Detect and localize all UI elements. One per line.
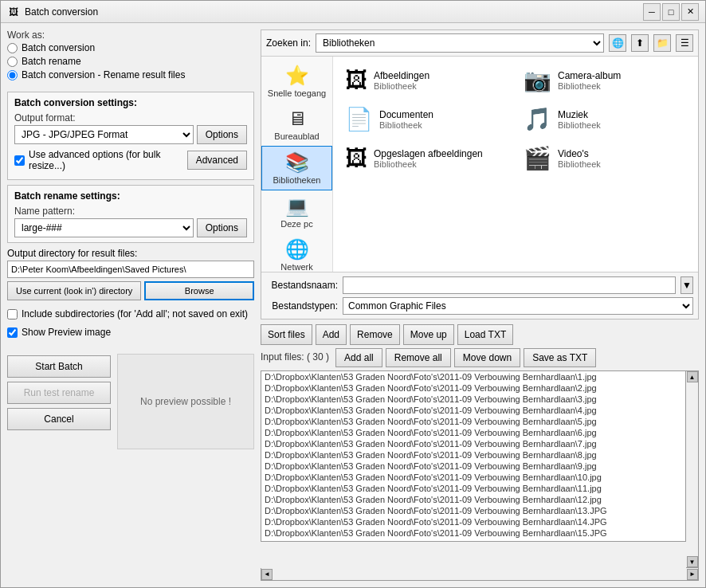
location-select[interactable]: Bibliotheken xyxy=(316,33,604,53)
title-bar: 🖼 Batch conversion ─ □ ✕ xyxy=(1,1,705,23)
include-subdirs-label: Include subdirectories (for 'Add all'; n… xyxy=(22,308,248,319)
browser-item[interactable]: 🎵MuziekBibliotheek xyxy=(518,102,692,136)
radio-batch-conversion-input[interactable] xyxy=(7,43,18,53)
show-preview-label: Show Preview image xyxy=(22,327,111,338)
list-item: D:\Dropbox\Klanten\53 Graden Noord\Foto'… xyxy=(261,461,685,472)
bestandstypen-select[interactable]: Common Graphic Files xyxy=(343,297,693,315)
sidebar-item-snelle-toegang[interactable]: ⭐Snelle toegang xyxy=(261,60,332,103)
left-panel: Work as: Batch conversion Batch rename B… xyxy=(7,29,254,581)
preview-text: No preview possible ! xyxy=(140,396,231,407)
sort-files-button[interactable]: Sort files xyxy=(261,324,312,345)
advanced-options-row: Use advanced options (for bulk resize...… xyxy=(14,149,247,171)
remove-all-button[interactable]: Remove all xyxy=(386,348,451,367)
batch-rename-settings: Batch rename settings: Name pattern: lar… xyxy=(7,185,254,243)
scroll-up-btn[interactable]: ▲ xyxy=(687,371,698,382)
browser-item[interactable]: 📄DocumentenBibliotheek xyxy=(339,102,513,136)
output-dir-label: Output directory for result files: xyxy=(7,248,254,259)
sidebar-item-bureaublad[interactable]: 🖥Bureaublad xyxy=(261,103,332,146)
list-item: D:\Dropbox\Klanten\53 Graden Noord\Foto'… xyxy=(261,382,685,394)
advanced-options-checkbox[interactable] xyxy=(14,155,25,166)
scroll-down-btn[interactable]: ▼ xyxy=(687,556,698,567)
browser-item[interactable]: 🎬Video'sBibliotheek xyxy=(518,141,692,175)
name-pattern-label: Name pattern: xyxy=(14,206,247,217)
input-files-section: Sort files Add Remove Move up Load TXT I… xyxy=(261,324,699,581)
run-test-rename-button[interactable]: Run test rename xyxy=(7,382,111,404)
include-subdirs-checkbox[interactable] xyxy=(7,309,18,319)
show-preview-checkbox-row[interactable]: Show Preview image xyxy=(7,327,254,338)
browser-bottom: Bestandsnaam: ▼ Bestandstypen: Common Gr… xyxy=(261,272,698,319)
options-button[interactable]: Options xyxy=(197,125,247,144)
bottom-buttons: Start Batch Run test rename Cancel xyxy=(7,355,111,430)
batch-conversion-settings: Batch conversion settings: Output format… xyxy=(7,92,254,180)
work-as-label: Work as: xyxy=(7,29,254,41)
output-format-label: Output format: xyxy=(14,112,247,123)
name-pattern-select[interactable]: large-###image-###photo-### xyxy=(14,218,194,237)
bestandsnaam-dropdown-btn[interactable]: ▼ xyxy=(681,276,693,294)
include-subdirs-checkbox-row[interactable]: Include subdirectories (for 'Add all'; n… xyxy=(7,308,254,319)
preview-area: No preview possible ! xyxy=(117,354,254,449)
name-pattern-options-button[interactable]: Options xyxy=(197,218,247,237)
start-batch-button[interactable]: Start Batch xyxy=(7,355,111,378)
browser-item[interactable]: 🖼AfbeeldingenBibliotheek xyxy=(339,63,513,97)
move-up-button[interactable]: Move up xyxy=(403,324,454,345)
sidebar-item-netwerk[interactable]: 🌐Netwerk xyxy=(261,233,332,276)
minimize-button[interactable]: ─ xyxy=(643,3,661,21)
browser-main: ⭐Snelle toegang🖥Bureaublad📚Bibliotheken💻… xyxy=(261,57,698,272)
radio-batch-rename-input[interactable] xyxy=(7,57,18,67)
maximize-button[interactable]: □ xyxy=(662,3,680,21)
scroll-left-btn[interactable]: ◄ xyxy=(261,569,273,580)
load-txt-button[interactable]: Load TXT xyxy=(457,324,513,345)
title-bar-controls: ─ □ ✕ xyxy=(643,3,699,21)
list-item: D:\Dropbox\Klanten\53 Graden Noord\Foto'… xyxy=(261,539,685,542)
nav-new-folder-button[interactable]: 📁 xyxy=(653,34,671,52)
add-all-button[interactable]: Add all xyxy=(335,348,382,367)
browser-item[interactable]: 🖼Opgeslagen afbeeldingenBibliotheek xyxy=(339,141,513,175)
browser-toolbar: Zoeken in: Bibliotheken 🌐 ⬆ 📁 ☰ xyxy=(261,30,698,57)
list-item: D:\Dropbox\Klanten\53 Graden Noord\Foto'… xyxy=(261,394,685,405)
scroll-right-btn[interactable]: ► xyxy=(687,569,698,580)
nav-web-button[interactable]: 🌐 xyxy=(609,34,626,52)
radio-batch-conversion[interactable]: Batch conversion xyxy=(7,42,254,53)
radio-batch-rename[interactable]: Batch rename xyxy=(7,56,254,67)
radio-batch-conversion-rename-label: Batch conversion - Rename result files xyxy=(22,69,185,80)
close-button[interactable]: ✕ xyxy=(681,3,699,21)
work-as-section: Work as: Batch conversion Batch rename B… xyxy=(7,29,254,84)
browser-item[interactable]: 📷Camera-albumBibliotheek xyxy=(518,63,692,97)
horizontal-scrollbar[interactable]: ◄ ► xyxy=(261,568,699,581)
sidebar-item-bibliotheken[interactable]: 📚Bibliotheken xyxy=(261,146,332,190)
input-files-list[interactable]: D:\Dropbox\Klanten\53 Graden Noord\Foto'… xyxy=(261,370,686,542)
radio-batch-conversion-rename-input[interactable] xyxy=(7,70,18,80)
zoeken-label: Zoeken in: xyxy=(266,37,311,49)
content-area: Work as: Batch conversion Batch rename B… xyxy=(1,23,705,587)
move-down-button[interactable]: Move down xyxy=(454,348,520,367)
bestandsnaam-input[interactable] xyxy=(343,276,676,294)
nav-view-button[interactable]: ☰ xyxy=(676,34,693,52)
show-preview-checkbox[interactable] xyxy=(7,327,18,338)
output-dir-buttons: Use current (look in') directory Browse xyxy=(7,281,254,300)
batch-rename-settings-title: Batch rename settings: xyxy=(14,190,247,202)
main-window: 🖼 Batch conversion ─ □ ✕ Work as: Batch … xyxy=(0,0,706,588)
remove-button[interactable]: Remove xyxy=(350,324,400,345)
output-dir-input[interactable]: D:\Peter Koom\Afbeeldingen\Saved Picture… xyxy=(7,261,254,278)
cancel-button[interactable]: Cancel xyxy=(7,408,111,430)
list-item: D:\Dropbox\Klanten\53 Graden Noord\Foto'… xyxy=(261,527,685,539)
advanced-button[interactable]: Advanced xyxy=(187,151,247,170)
list-item: D:\Dropbox\Klanten\53 Graden Noord\Foto'… xyxy=(261,427,685,438)
save-as-txt-button[interactable]: Save as TXT xyxy=(524,348,596,367)
scrollbar[interactable]: ▲ ▼ xyxy=(686,370,699,568)
add-button[interactable]: Add xyxy=(316,324,347,345)
list-item: D:\Dropbox\Klanten\53 Graden Noord\Foto'… xyxy=(261,494,685,505)
work-as-radio-group: Batch conversion Batch rename Batch conv… xyxy=(7,42,254,80)
bestandstypen-row: Bestandstypen: Common Graphic Files xyxy=(266,297,693,315)
bestandstypen-label: Bestandstypen: xyxy=(266,300,338,312)
nav-up-button[interactable]: ⬆ xyxy=(631,34,649,52)
list-item: D:\Dropbox\Klanten\53 Graden Noord\Foto'… xyxy=(261,505,685,516)
output-format-select[interactable]: JPG - JPG/JPEG FormatPNG - Portable Netw… xyxy=(14,125,194,144)
app-icon: 🖼 xyxy=(7,6,20,18)
browse-button[interactable]: Browse xyxy=(144,281,254,300)
list-item: D:\Dropbox\Klanten\53 Graden Noord\Foto'… xyxy=(261,449,685,461)
input-files-toolbar: Sort files Add Remove Move up Load TXT xyxy=(261,324,699,345)
radio-batch-conversion-rename[interactable]: Batch conversion - Rename result files xyxy=(7,69,254,80)
sidebar-item-deze-pc[interactable]: 💻Deze pc xyxy=(261,190,332,233)
use-current-dir-button[interactable]: Use current (look in') directory xyxy=(7,281,141,300)
